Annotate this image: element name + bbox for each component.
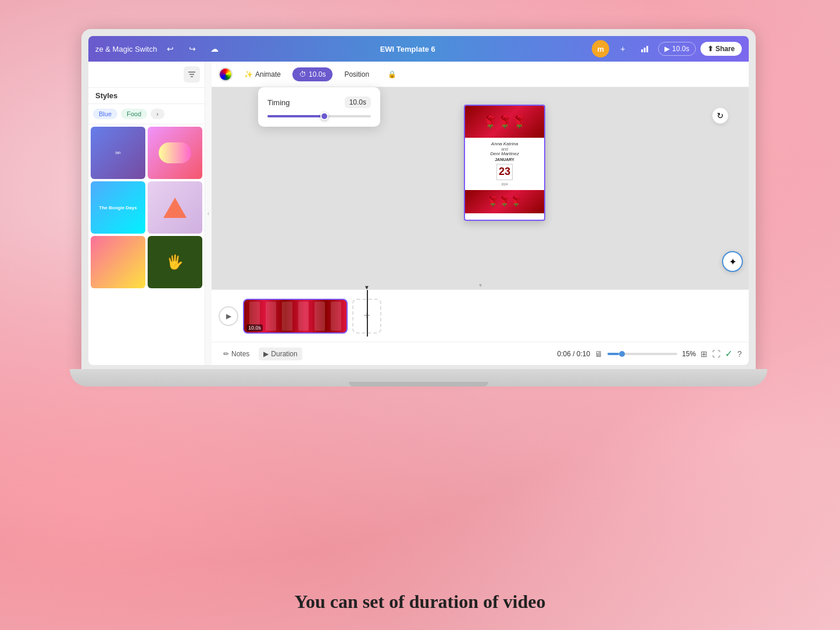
refresh-icon: ↻ [717,111,724,120]
cloud-button[interactable]: ☁ [206,40,223,58]
lock-button[interactable]: 🔒 [381,67,403,81]
timing-popup-label: Timing [267,98,290,107]
style-item-1[interactable]: ian [91,127,145,179]
notes-label: Notes [231,350,249,358]
time-display: 0:06 / 0:10 [557,350,590,358]
timeline-play-button[interactable]: ▶ [219,306,238,326]
clip-duration-label: 10.0s [246,324,263,331]
grid-button[interactable]: ⊞ [700,349,707,359]
style-preview-3: The Boogie Days [91,181,145,234]
duration-label: Duration [271,350,297,358]
style-preview-2 [148,127,202,179]
style-preview-5 [91,236,145,288]
duration-button[interactable]: ▶ Duration [259,348,302,360]
app-title: ze & Magic Switch [95,45,157,53]
tag-more[interactable]: › [151,109,165,119]
bottom-bar: ✏ Notes ▶ Duration 0:06 / 0:10 🖥 [212,342,749,365]
stats-button[interactable] [636,40,653,58]
card-name1: Anna Katrina [470,141,539,147]
animate-label: Animate [255,70,281,78]
svg-rect-2 [646,46,648,52]
invitation-card[interactable]: Anna Katrina and Deni Martinez JANUARY 2… [464,105,545,221]
redo-button[interactable]: ↪ [184,40,201,58]
sidebar: Styles Blue Food › ian [88,62,205,365]
position-label: Position [344,70,369,78]
timing-row: Timing 10.0s [267,96,371,108]
refresh-button[interactable]: ↻ [712,108,728,124]
magic-wand-button[interactable]: ✦ [722,251,743,272]
timeline-area: ▶ 10.0s [212,289,749,342]
play-icon: ▶ [226,312,231,320]
monitor-icon: ▶ [263,350,269,358]
style-preview-1: ian [91,127,145,179]
playhead [367,290,368,337]
share-icon: ⬆ [707,45,713,53]
laptop-base [70,369,767,386]
tag-blue[interactable]: Blue [93,109,117,119]
caption-text: You can set of duration of video [0,591,840,613]
style-grid: ian The Boogie Days [88,124,205,291]
undo-button[interactable]: ↩ [162,40,179,58]
main-canvas: ✨ Animate ⏱ 10.0s Position 🔒 [212,62,749,365]
play-duration-button[interactable]: ▶ 10.0s [658,42,695,56]
monitor-display-icon: 🖥 [595,349,603,359]
magic-icon: ✦ [729,256,737,267]
timing-label: 10.0s [309,70,326,78]
second-toolbar: ✨ Animate ⏱ 10.0s Position 🔒 [212,62,749,87]
color-picker-button[interactable] [219,67,233,81]
style-tags-row: Blue Food › [88,104,205,124]
style-item-6[interactable]: 🖐 [148,236,202,288]
add-button[interactable]: + [614,40,631,58]
progress-thumb[interactable] [619,351,625,357]
card-month: JANUARY [470,158,539,162]
card-roses-bottom [465,190,544,213]
share-label: Share [716,45,735,53]
duration-display: 10.0s [672,45,689,53]
card-content: Anna Katrina and Deni Martinez JANUARY 2… [465,138,544,190]
style-item-3[interactable]: The Boogie Days [91,181,145,234]
card-date-area: 23 [470,164,539,180]
help-button[interactable]: ? [737,349,742,359]
card-date-number: 23 [496,164,513,180]
svg-rect-0 [641,49,643,52]
progress-track[interactable] [607,353,677,355]
filter-button[interactable] [184,66,200,83]
timing-popup: Timing 10.0s [258,87,380,127]
animate-button[interactable]: ✨ Animate [237,67,288,81]
card-details: 2024 [470,182,539,187]
project-title: EWI Template 6 [228,45,587,53]
style-preview-6: 🖐 [148,236,202,288]
svg-rect-1 [644,48,646,52]
style-item-2[interactable] [148,127,202,179]
style-item-4[interactable] [148,181,202,234]
sidebar-collapse-handle[interactable]: ‹ [205,62,212,365]
position-button[interactable]: Position [337,67,376,81]
screen-bezel: ze & Magic Switch ↩ ↪ ☁ EWI Template 6 m… [81,29,756,372]
collapse-handle[interactable]: ▾ [212,281,749,289]
style-preview-4 [148,181,202,234]
timeline-clip[interactable]: 10.0s [243,299,348,334]
timing-button[interactable]: ⏱ 10.0s [292,67,333,81]
notes-icon: ✏ [223,350,229,358]
animate-icon: ✨ [244,70,253,78]
content-area: Styles Blue Food › ian [88,62,749,365]
expand-button[interactable]: ⛶ [712,349,720,359]
notes-button[interactable]: ✏ Notes [219,348,254,360]
laptop-container: ze & Magic Switch ↩ ↪ ☁ EWI Template 6 m… [81,29,756,407]
top-toolbar: ze & Magic Switch ↩ ↪ ☁ EWI Template 6 m… [88,36,749,62]
share-button[interactable]: ⬆ Share [700,42,742,56]
avatar-button[interactable]: m [592,40,609,58]
play-icon: ▶ [664,45,670,53]
tag-food[interactable]: Food [121,109,147,119]
lock-icon: 🔒 [388,70,396,78]
screen-content: ze & Magic Switch ↩ ↪ ☁ EWI Template 6 m… [88,36,749,365]
card-roses-top [465,106,544,138]
styles-header: Styles [88,88,205,104]
card-and: and [470,147,539,151]
timing-slider[interactable] [267,115,371,117]
sidebar-search-area [88,62,205,88]
zoom-level: 15% [682,350,696,358]
check-button[interactable]: ✓ [725,348,732,359]
style-item-5[interactable] [91,236,145,288]
timing-slider-thumb[interactable] [320,112,328,120]
